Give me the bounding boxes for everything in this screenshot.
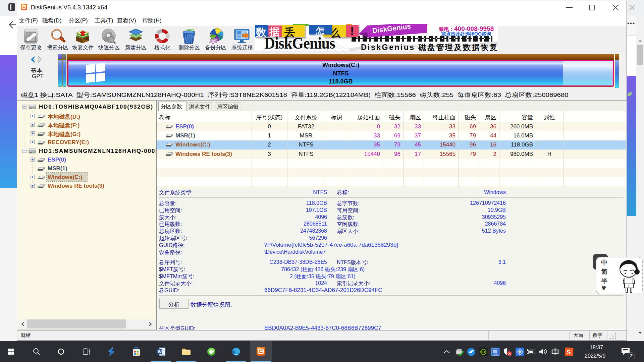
svg-text:S: S [567,349,571,356]
svg-text:W: W [158,350,162,354]
svg-text:intel: intel [494,353,498,355]
